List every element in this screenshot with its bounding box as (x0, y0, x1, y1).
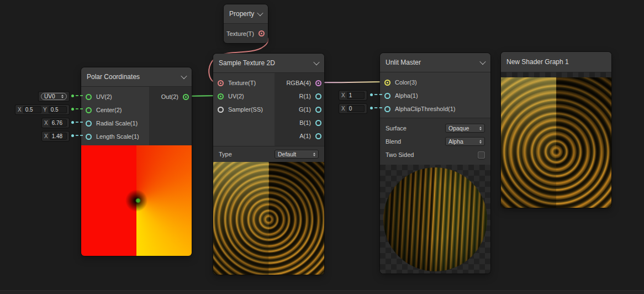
port-label: G(1) (299, 106, 311, 113)
type-value: Default (278, 151, 296, 158)
port-rgba-output[interactable] (315, 80, 321, 86)
chevron-down-icon[interactable] (181, 73, 187, 79)
node-property[interactable]: Property Texture(T) (224, 4, 268, 43)
connector-dash (76, 122, 83, 123)
port-label: Color(3) (395, 79, 417, 86)
chevron-down-icon[interactable] (313, 59, 319, 65)
connector-dot (71, 121, 74, 124)
master-preview-header[interactable]: New Shader Graph 1 (501, 52, 611, 72)
chevron-down-icon[interactable] (257, 10, 263, 16)
field-label-y: Y (43, 107, 47, 113)
port-g-output[interactable] (315, 107, 321, 113)
surface-value: Opaque (448, 125, 469, 132)
port-label: B(1) (299, 119, 311, 126)
node-property-header[interactable]: Property (224, 4, 268, 24)
node-sample-texture-2d[interactable]: Sample Texture 2D Texture(T) UV(2) Sampl… (213, 54, 324, 275)
port-a-output[interactable] (315, 133, 321, 139)
alpha-widget: X 1 (339, 91, 367, 100)
node-unlit-master[interactable]: Unlit Master Color(3) Alpha(1) AlphaClip… (380, 53, 490, 274)
blend-label: Blend (386, 138, 401, 145)
connector-dot (71, 108, 74, 111)
node-title: Polar Coordinates (87, 73, 140, 81)
updown-arrows-icon (59, 95, 64, 98)
unlit-master-preview (380, 165, 490, 274)
port-label: Out(2) (161, 93, 178, 100)
length-scale-field[interactable]: 1.48 (50, 133, 67, 140)
uv-channel-value: UV0 (44, 93, 55, 99)
connector-dash (374, 107, 382, 108)
radial-scale-field[interactable]: 6.76 (50, 119, 67, 127)
field-label-x: X (44, 120, 48, 126)
port-label: R(1) (299, 93, 311, 99)
port-length-scale-input[interactable] (86, 134, 92, 140)
master-preview-area (501, 72, 611, 208)
field-label-x: X (44, 133, 48, 139)
polar-coordinates-preview (81, 145, 192, 256)
port-r-output[interactable] (315, 93, 321, 99)
port-texture-output[interactable] (258, 30, 265, 36)
connector-dot (370, 107, 373, 109)
node-title: Unlit Master (386, 59, 421, 66)
connector-dash (76, 108, 83, 109)
center-x-field[interactable]: 0.5 (23, 106, 41, 113)
port-label: AlphaClipThreshold(1) (395, 106, 455, 112)
port-texture-input[interactable] (218, 80, 224, 86)
blend-value: Alpha (448, 138, 463, 145)
type-label: Type (219, 151, 232, 158)
center-y-field[interactable]: 0.5 (49, 106, 67, 113)
connector-dash (374, 94, 382, 95)
connector-dash (76, 95, 83, 96)
port-b-output[interactable] (315, 120, 321, 126)
master-preview-image (501, 77, 611, 208)
updown-arrows-icon (310, 153, 315, 156)
port-label: Radial Scale(1) (96, 120, 138, 127)
port-uv-input[interactable] (86, 94, 92, 100)
node-title: Property (229, 10, 254, 18)
alpha-field[interactable]: 1 (347, 92, 365, 99)
port-color-input[interactable] (384, 80, 390, 86)
port-radial-scale-input[interactable] (86, 120, 92, 127)
node-title: New Shader Graph 1 (506, 58, 569, 66)
port-label: UV(2) (228, 93, 244, 99)
port-label: A(1) (299, 133, 311, 139)
port-alpha-input[interactable] (384, 93, 390, 99)
bottom-panel-edge (0, 290, 644, 294)
port-sampler-input[interactable] (218, 107, 224, 113)
port-label: UV(2) (96, 93, 112, 100)
node-polar-header[interactable]: Polar Coordinates (81, 67, 192, 87)
connector-dot (370, 93, 373, 96)
port-out-output[interactable] (183, 94, 189, 100)
port-label: Center(2) (96, 107, 122, 113)
field-label-x: X (18, 107, 22, 113)
uv-channel-widget[interactable]: UV0 (39, 92, 69, 101)
surface-dropdown[interactable]: Opaque (445, 124, 485, 133)
port-label: Texture(T) (226, 30, 254, 37)
two-sided-checkbox[interactable] (478, 151, 485, 159)
chevron-down-icon[interactable] (479, 59, 485, 65)
port-center-input[interactable] (86, 107, 92, 113)
uv-channel-dropdown[interactable]: UV0 (41, 93, 67, 100)
node-title: Sample Texture 2D (219, 59, 275, 67)
updown-arrows-icon (477, 140, 482, 144)
sample-texture-preview (213, 162, 324, 275)
two-sided-label: Two Sided (386, 151, 414, 158)
port-uv-input[interactable] (218, 93, 224, 99)
port-label: Alpha(1) (395, 92, 418, 99)
port-alphaclip-input[interactable] (384, 106, 390, 112)
node-unlit-header[interactable]: Unlit Master (380, 53, 490, 72)
connector-dot (71, 95, 74, 97)
unlit-master-preview-sphere (383, 167, 487, 271)
surface-label: Surface (386, 125, 407, 132)
port-label: RGBA(4) (286, 80, 311, 86)
length-scale-widget: X 1.48 (42, 132, 69, 141)
shader-graph-canvas[interactable]: Property Texture(T) Polar Coordinates UV… (0, 0, 644, 294)
wire-rgba-to-color[interactable] (318, 82, 387, 82)
updown-arrows-icon (477, 127, 482, 130)
port-label: Sampler(SS) (228, 106, 263, 113)
node-polar-coordinates[interactable]: Polar Coordinates UV(2) Center(2) Radial… (81, 67, 192, 256)
blend-dropdown[interactable]: Alpha (445, 137, 485, 146)
node-sample-header[interactable]: Sample Texture 2D (213, 54, 324, 73)
type-dropdown[interactable]: Default (275, 150, 319, 159)
alpha-clip-field[interactable]: 0 (347, 105, 365, 112)
node-master-preview[interactable]: New Shader Graph 1 (501, 52, 611, 208)
